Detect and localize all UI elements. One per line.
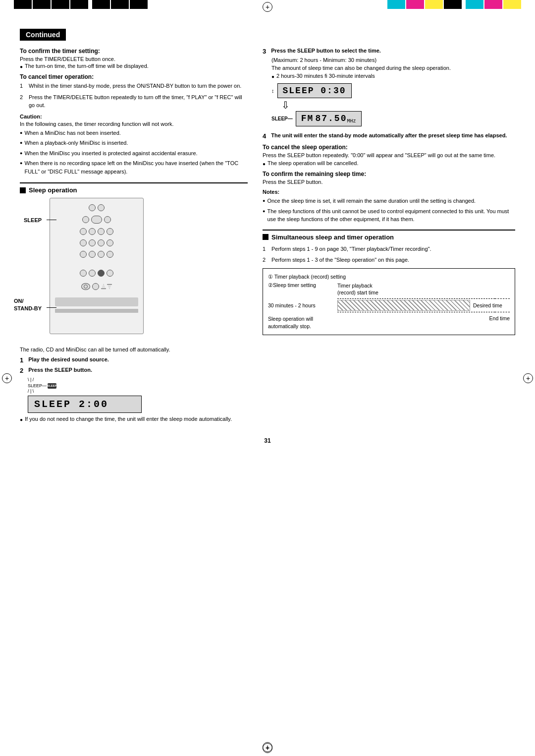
diagram-bottom-row: Sleep operation willautomatically stop. … <box>268 315 510 330</box>
middle-row: 30 minutes - 2 hours Desired time <box>268 300 510 311</box>
diagram-bottom-label: Sleep operation willautomatically stop. <box>268 315 337 330</box>
step3-title: Press the SLEEP button to select the tim… <box>271 48 381 54</box>
notes-list: Once the sleep time is set, it will rema… <box>263 197 515 224</box>
lower-dashed <box>268 312 510 312</box>
step4-text: The unit will enter the stand-by mode au… <box>271 132 507 138</box>
confirm-sleep-section: To confirm the remaining sleep time: Pre… <box>263 171 515 185</box>
notes-section: Notes: Once the sleep time is set, it wi… <box>263 189 515 224</box>
list-item: 2 Press the TIMER/DELETE button repeated… <box>20 93 248 110</box>
confirm-sleep-text: Press the SLEEP button. <box>263 179 515 185</box>
list-item: 1 Whilst in the timer stand-by mode, pre… <box>20 82 248 90</box>
upper-dashed <box>268 298 510 299</box>
diagram-row2: ②Sleep timer setting Timer playback(reco… <box>268 282 510 296</box>
diagram-row2-label: ②Sleep timer setting <box>268 282 337 288</box>
list-item: When a playback-only MiniDisc is inserte… <box>20 139 248 147</box>
registration-mark-left <box>2 373 12 383</box>
step2-display-area: \ | / SLEEP—SLEEP / | \ SLEEP 2:00 <box>28 377 248 413</box>
list-item: When the MiniDisc you inserted is protec… <box>20 149 248 158</box>
registration-mark-top <box>263 2 272 12</box>
step3-displays: ↕ SLEEP 0:30 ⇩ SLEEP— FM 87.50MHz <box>271 83 515 126</box>
list-item: Once the sleep time is set, it will rema… <box>263 197 515 205</box>
sleep-section-title: Sleep operation <box>20 186 248 194</box>
confirm-sleep-title: To confirm the remaining sleep time: <box>263 171 515 177</box>
standby-label: ON/STAND-BY <box>14 297 42 312</box>
sleep-step1: 1 Play the desired sound source. <box>20 356 248 364</box>
step1-number: 1 <box>20 356 23 364</box>
list-item: The sleep functions of this unit cannot … <box>263 207 515 224</box>
right-column: 3 Press the SLEEP button to select the t… <box>263 48 515 422</box>
right-step4: 4 The unit will enter the stand-by mode … <box>263 132 515 140</box>
right-step3: 3 Press the SLEEP button to select the t… <box>263 48 515 55</box>
notes-title: Notes: <box>263 189 515 195</box>
step3-text: The amount of sleep time can also be cha… <box>271 65 515 71</box>
cancel-sleep-title: To cancel the sleep operation: <box>263 144 515 151</box>
simultaneous-diagram: ① Timer playback (record) setting ②Sleep… <box>263 268 515 336</box>
sleep-label: SLEEP <box>24 217 42 224</box>
desired-time-label: Desired time <box>470 302 510 308</box>
confirm-timer-section: To confirm the timer setting: Press the … <box>20 48 248 69</box>
end-time-label: End time <box>489 315 510 321</box>
list-item: When a MiniDisc has not been inserted. <box>20 129 248 137</box>
step2-number: 2 <box>20 367 23 374</box>
simultaneous-steps: 1 Perform steps 1 - 9 on page 30, "Timer… <box>263 245 515 264</box>
cancel-timer-list: 1 Whilst in the timer stand-by mode, pre… <box>20 82 248 110</box>
sleep-auto-note: ● If you do not need to change the time,… <box>20 416 248 422</box>
caution-section: Caution: In the following cases, the tim… <box>20 114 248 176</box>
step2-text: Press the SLEEP button. <box>28 367 92 373</box>
list-item: When there is no recording space left on… <box>20 159 248 175</box>
caution-title: Caution: <box>20 114 248 119</box>
diagram-row1: ① Timer playback (record) setting <box>268 274 510 280</box>
left-column: To confirm the timer setting: Press the … <box>20 48 248 422</box>
diagram-timeline: 30 minutes - 2 hours Desired time <box>268 298 510 312</box>
cancel-timer-title: To cancel timer operation: <box>20 73 248 80</box>
sleep-caption: The radio, CD and MiniDisc can all be tu… <box>20 347 248 352</box>
step1-text: Play the desired sound source. <box>28 356 109 362</box>
list-item: 2 Perform steps 1 - 3 of the "Sleep oper… <box>263 256 515 264</box>
section-divider <box>263 230 515 231</box>
square-bullet-icon <box>20 187 26 193</box>
device-body <box>50 198 144 334</box>
sleep-lcd-display: SLEEP 2:00 <box>28 396 142 413</box>
sleep-display-030: SLEEP 0:30 <box>277 83 352 98</box>
cancel-sleep-text: Press the SLEEP button repeatedly. "0:00… <box>263 152 515 158</box>
list-item: 1 Perform steps 1 - 9 on page 30, "Timer… <box>263 245 515 253</box>
square-bullet-icon2 <box>263 234 268 240</box>
diagram-row2-right: Timer playback(record) start time <box>337 282 510 296</box>
confirm-timer-line1: Press the TIMER/DELETE button once. <box>20 56 248 62</box>
sleep-indicator: SLEEP— <box>271 116 293 121</box>
page-number: 31 <box>20 437 515 444</box>
sleep-arrow-line <box>47 220 56 220</box>
continued-header: Continued <box>20 29 66 41</box>
duration-label: 30 minutes - 2 hours <box>268 302 337 308</box>
sleep-step2: 2 Press the SLEEP button. <box>20 367 248 374</box>
cancel-timer-section: To cancel timer operation: 1 Whilst in t… <box>20 73 248 110</box>
step3-number: 3 <box>263 48 266 55</box>
caution-list: When a MiniDisc has not been inserted. W… <box>20 129 248 176</box>
step3-bullet: ● 2 hours-30 minutes fi 30-minute interv… <box>271 73 515 79</box>
standby-arrow-line <box>47 307 56 308</box>
cancel-sleep-section: To cancel the sleep operation: Press the… <box>263 144 515 167</box>
fm-display: FM 87.50MHz <box>296 111 362 126</box>
arrow-down-icon: ⇩ <box>281 99 515 111</box>
sleep-display-text: SLEEP 2:00 <box>34 399 108 410</box>
confirm-timer-title: To confirm the timer setting: <box>20 48 248 55</box>
registration-mark-right <box>523 373 533 383</box>
step4-number: 4 <box>263 132 266 140</box>
confirm-timer-line2: ● The turn-on time, the turn-off time wi… <box>20 63 248 69</box>
step3-subtitle: (Maximum: 2 hours - Minimum: 30 minutes) <box>271 57 515 63</box>
device-diagram: SLEEP ON/STAND-BY <box>50 198 159 342</box>
simultaneous-title: Simultaneous sleep and timer operation <box>263 233 515 241</box>
caution-intro: In the following cases, the timer record… <box>20 121 248 127</box>
cancel-sleep-bullet: ● The sleep operation will be cancelled. <box>263 160 515 167</box>
reg-mark-bottom-center: + <box>263 742 272 752</box>
sleep-operation-section: Sleep operation SLEEP ON/STAND-BY <box>20 182 248 422</box>
